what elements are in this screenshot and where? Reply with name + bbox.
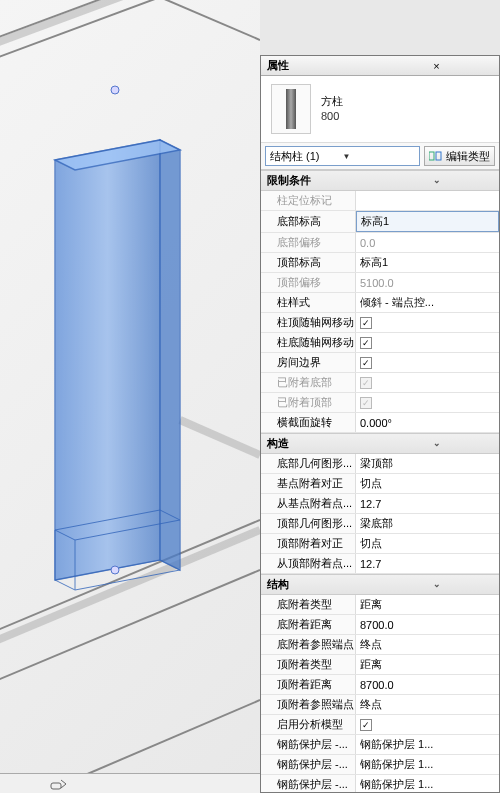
- checkbox: ✓: [360, 377, 372, 389]
- table-row: 从基点附着点...12.7: [261, 494, 499, 514]
- table-row: 顶附着参照端点终点: [261, 695, 499, 715]
- category-constraints[interactable]: 限制条件⌄: [261, 170, 499, 191]
- type-thumbnail: [271, 84, 311, 134]
- table-row: 顶附着类型距离: [261, 655, 499, 675]
- svg-point-16: [111, 86, 119, 94]
- table-row: 钢筋保护层 -...钢筋保护层 1...: [261, 735, 499, 755]
- table-row: 底部偏移0.0: [261, 233, 499, 253]
- checkbox[interactable]: ✓: [360, 317, 372, 329]
- table-row: 柱样式倾斜 - 端点控...: [261, 293, 499, 313]
- table-row: 顶部几何图形...梁底部: [261, 514, 499, 534]
- edit-type-icon: [429, 150, 443, 162]
- checkbox[interactable]: ✓: [360, 357, 372, 369]
- type-name: 方柱: [321, 94, 343, 109]
- table-row: 顶附着距离8700.0: [261, 675, 499, 695]
- table-row: 基点附着对正切点: [261, 474, 499, 494]
- table-row: 柱底随轴网移动✓: [261, 333, 499, 353]
- selected-column[interactable]: [55, 140, 180, 590]
- table-row: 底附着距离8700.0: [261, 615, 499, 635]
- svg-line-1: [0, 0, 260, 75]
- table-row: 已附着顶部✓: [261, 393, 499, 413]
- svg-marker-10: [160, 140, 180, 570]
- expand-icon: ⌄: [380, 438, 493, 450]
- checkbox[interactable]: ✓: [360, 719, 372, 731]
- checkbox[interactable]: ✓: [360, 337, 372, 349]
- table-row: 底附着类型距离: [261, 595, 499, 615]
- panel-titlebar[interactable]: 属性 ×: [261, 56, 499, 76]
- table-row: 房间边界✓: [261, 353, 499, 373]
- svg-point-17: [111, 566, 119, 574]
- category-structural[interactable]: 结构⌄: [261, 574, 499, 595]
- type-selector[interactable]: 方柱 800: [261, 76, 499, 143]
- expand-icon: ⌄: [380, 579, 493, 591]
- svg-line-4: [0, 570, 260, 700]
- panel-title-text: 属性: [267, 58, 380, 73]
- instance-filter-combo[interactable]: 结构柱 (1) ▼: [265, 146, 420, 166]
- table-row: 柱定位标记: [261, 191, 499, 211]
- table-row: 钢筋保护层 -...钢筋保护层 1...: [261, 755, 499, 775]
- properties-panel: 属性 × 方柱 800 结构柱 (1) ▼ 编辑类型 限制条件⌄ 柱定位标记 底…: [260, 55, 500, 793]
- expand-icon: ⌄: [380, 175, 493, 187]
- svg-rect-19: [429, 152, 434, 160]
- edit-type-button[interactable]: 编辑类型: [424, 146, 495, 166]
- table-row: 底部标高标高1: [261, 211, 499, 233]
- table-row: 底附着参照端点终点: [261, 635, 499, 655]
- table-row: 已附着底部✓: [261, 373, 499, 393]
- table-row: 钢筋保护层 -...钢筋保护层 1...: [261, 775, 499, 792]
- table-row: 横截面旋转0.000°: [261, 413, 499, 433]
- table-row: 柱顶随轴网移动✓: [261, 313, 499, 333]
- press-drag-icon: [50, 777, 68, 791]
- chevron-down-icon: ▼: [343, 152, 416, 161]
- base-level-input[interactable]: 标高1: [356, 211, 499, 232]
- properties-grid[interactable]: 限制条件⌄ 柱定位标记 底部标高标高1 底部偏移0.0 顶部标高标高1 顶部偏移…: [261, 170, 499, 792]
- checkbox: ✓: [360, 397, 372, 409]
- table-row: 顶部偏移5100.0: [261, 273, 499, 293]
- table-row: 顶部标高标高1: [261, 253, 499, 273]
- category-construction[interactable]: 构造⌄: [261, 433, 499, 454]
- svg-marker-9: [55, 140, 160, 580]
- table-row: 底部几何图形...梁顶部: [261, 454, 499, 474]
- model-viewport[interactable]: [0, 0, 260, 793]
- type-size: 800: [321, 109, 343, 124]
- close-icon[interactable]: ×: [380, 60, 493, 72]
- table-row: 从顶部附着点...12.7: [261, 554, 499, 574]
- table-row: 顶部附着对正切点: [261, 534, 499, 554]
- table-row: 启用分析模型✓: [261, 715, 499, 735]
- svg-line-8: [180, 420, 260, 455]
- status-hint: [0, 773, 260, 793]
- svg-rect-18: [51, 783, 61, 789]
- svg-rect-20: [436, 152, 441, 160]
- svg-line-2: [120, 0, 260, 40]
